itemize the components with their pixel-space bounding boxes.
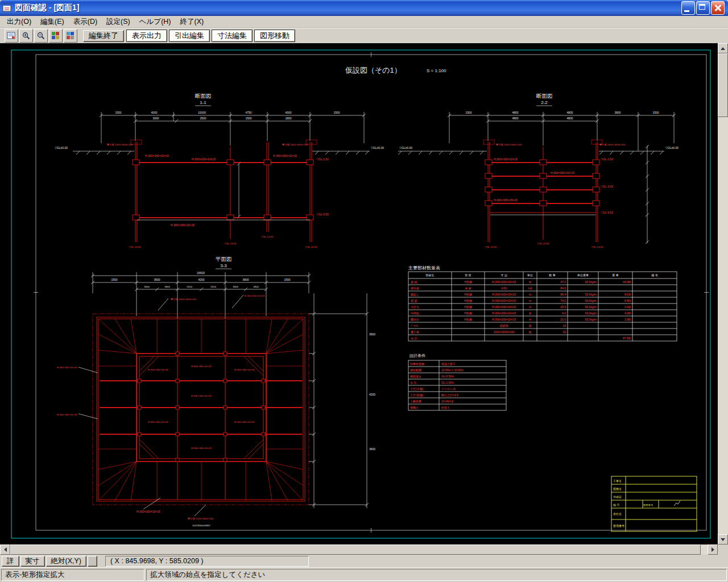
menu-item[interactable]: 終了(X) [176,16,209,28]
detail-button[interactable]: 詳 [2,556,19,567]
svg-text:仮設土留工: 仮設土留工 [441,362,456,365]
svg-text:▽GL-13.45: ▽GL-13.45 [224,242,237,245]
up-arrow-icon [721,47,725,50]
svg-text:4800: 4800 [512,117,518,120]
scroll-right-button[interactable] [708,544,718,555]
toolbar-mode-button[interactable]: 図形移動 [254,30,295,42]
menu-item[interactable]: 表示(D) [69,16,102,28]
svg-text:H形鋼: H形鋼 [464,305,472,309]
drawing-canvas[interactable]: 仮設図（その1） S = 1:100 断面図 1-1 1500 4000 100… [0,43,718,544]
svg-text:4200: 4200 [198,278,204,281]
vertical-scrollbar[interactable] [718,43,728,544]
design-table-row: 水 位 GL-1.00m [410,381,454,384]
svg-text:▽GL-5.50: ▽GL-5.50 [601,211,613,214]
minimize-button[interactable] [681,1,695,15]
svg-text:1500: 1500 [115,111,121,114]
coord-toggle-button[interactable] [88,556,97,567]
svg-text:作成日: 作成日 [613,495,622,499]
svg-text:H-300×300×10×15: H-300×300×10×15 [551,171,574,174]
svg-text:4800: 4800 [566,117,573,120]
horizontal-scrollbar[interactable] [0,544,718,555]
svg-text:H-300×300×10×15: H-300×300×10×15 [492,299,516,302]
svg-text:2100: 2100 [210,285,216,288]
svg-text:93.0kg/m: 93.0kg/m [585,280,597,284]
quantity-table-row: 中間杭 H形鋼 H-300×300×10×15 本 4.0 93.0kg/m 4… [411,311,631,315]
svg-text:▽GL-1.50: ▽GL-1.50 [316,157,329,161]
app-window: 図面確認 - [図面1] 出力(O)編集(E)表示(D)設定(S)ヘルプ(H)終… [0,0,728,582]
svg-text:本: 本 [529,311,532,315]
svg-text:4200: 4200 [369,393,375,396]
svg-text:93.0kg/m: 93.0kg/m [585,311,597,315]
maximize-button[interactable] [696,1,710,15]
svg-text:部材名: 部材名 [426,273,435,277]
svg-text:▽GL-13.45: ▽GL-13.45 [537,242,549,245]
svg-text:4800: 4800 [512,111,518,114]
menu-item[interactable]: 出力(O) [2,16,36,28]
toolbar-mode-button[interactable]: 表示出力 [126,30,167,42]
svg-text:H形鋼: H形鋼 [464,280,472,284]
actual-size-button[interactable]: 実寸 [20,556,45,567]
horizontal-scroll-thumb[interactable] [10,544,701,555]
svg-text:掘削範囲: 掘削範囲 [410,368,421,372]
svg-text:4750: 4750 [245,111,251,114]
svg-text:H-300×300×10×15: H-300×300×10×15 [191,394,212,397]
menu-item[interactable]: ヘルプ(H) [135,16,176,28]
svg-text:10.50m × 10.50m: 10.50m × 10.50m [441,368,464,372]
absolute-coord-button[interactable]: 絶対(X,Y) [46,556,86,567]
svg-text:4.0: 4.0 [562,311,566,315]
design-table-row: 掘削深さ GL-5.50m [410,375,454,379]
section-no: 3-3 [220,263,227,268]
svg-text:覆工板 1000×3000×200: 覆工板 1000×3000×200 [496,143,522,146]
design-table-row: 対象構造物 仮設土留工 [410,362,456,366]
menu-item[interactable]: 編集(E) [36,16,69,28]
svg-text:本: 本 [529,280,532,284]
svg-text:静止土圧×1.5: 静止土圧×1.5 [441,393,458,397]
svg-text:対象構造物: 対象構造物 [410,362,424,366]
toolbar-mode-button[interactable]: 寸法編集 [212,30,253,42]
svg-text:74.2: 74.2 [560,299,566,302]
svg-text:67.65t: 67.65t [623,336,631,340]
toolbar-mode-button[interactable]: 引出編集 [169,30,210,42]
scroll-up-button[interactable] [718,43,728,53]
drawing-sheet-button[interactable] [5,29,18,43]
svg-text:84.0: 84.0 [560,286,566,290]
view-windows-icon [66,31,75,40]
svg-text:覆工板 1000×3000×200: 覆工板 1000×3000×200 [282,143,308,146]
svg-text:親 杭: 親 杭 [411,280,417,284]
drawing-sheet-icon [7,31,16,40]
edit-end-button[interactable]: 編集終了 [83,30,124,42]
svg-text:土圧(受働): 土圧(受働) [410,393,424,397]
quantity-table-row: 横矢板 木 材 t=30 m2 84.0 [411,286,566,290]
close-button[interactable] [711,1,725,15]
svg-text:93.0kg/m: 93.0kg/m [585,318,597,321]
svg-text:H-300×300×10×15: H-300×300×10×15 [492,293,516,296]
down-arrow-icon [721,538,725,541]
svg-text:クーロン式: クーロン式 [441,387,456,390]
design-table-row: 土圧(受働) 静止土圧×1.5 [410,393,458,397]
view-tiles-button[interactable] [49,29,63,43]
svg-text:数 量: 数 量 [549,273,555,277]
scroll-left-button[interactable] [0,544,10,555]
svg-text:3600: 3600 [614,111,621,114]
svg-text:1500: 1500 [333,111,340,114]
svg-text:GL-5.50m: GL-5.50m [441,375,454,378]
view-windows-button[interactable] [64,29,77,43]
menu-item[interactable]: 設定(S) [102,16,135,28]
scroll-down-button[interactable] [718,534,728,544]
title-block: 工事名 図面名 作成日 縮 尺 図面番号 会社名 整理番号 [611,476,697,531]
view-tiles-icon [51,31,60,40]
zoom-out-button[interactable] [34,29,48,43]
vertical-scroll-thumb[interactable] [718,53,728,117]
status-row: 詳 実寸 絶対(X,Y) ( X : 845.9698, Y : 585.020… [0,555,728,567]
svg-text:整理番号: 整理番号 [613,524,624,527]
zoom-in-button[interactable] [19,29,33,43]
svg-text:1800: 1800 [253,285,259,288]
svg-text:16: 16 [562,324,566,327]
svg-text:切 梁: 切 梁 [411,299,417,303]
quantity-table-title: 主要部材数量表 [408,265,440,271]
svg-text:H-300×300×10×15: H-300×300×10×15 [492,311,516,315]
svg-text:H-300×300×10×15: H-300×300×10×15 [191,447,212,450]
svg-text:8.03t: 8.03t [624,293,631,296]
svg-text:▽GL-1.50: ▽GL-1.50 [601,157,613,161]
design-table-row: 土圧(主働) クーロン式 [410,387,456,391]
